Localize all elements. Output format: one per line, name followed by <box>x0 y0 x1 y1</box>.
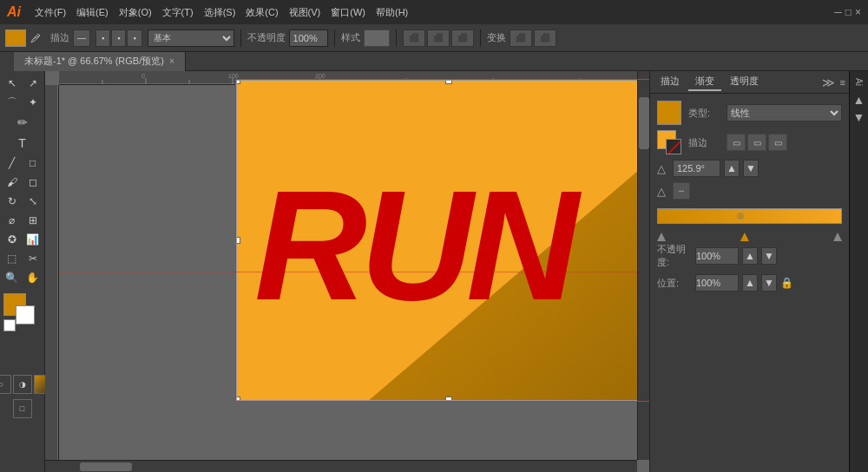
opacity-down-btn[interactable]: ▼ <box>761 247 777 265</box>
window-maximize[interactable]: □ <box>845 6 852 18</box>
tool-row-2: ⌒ ✦ <box>3 94 43 111</box>
pen-tool[interactable]: ✏ <box>3 113 42 132</box>
gradient-mode-btn[interactable]: ◑ <box>13 375 32 394</box>
ai-logo: Ai <box>7 4 21 20</box>
opacity-value-input[interactable] <box>695 247 739 265</box>
handle-tc[interactable] <box>445 80 452 84</box>
rotate-tool[interactable]: ↻ <box>3 193 22 210</box>
divider-2 <box>334 30 335 47</box>
right-panel: 描边 渐变 透明度 ≫ ≡ 类型: 线性 <box>649 71 849 472</box>
tab-close-btn[interactable]: × <box>169 56 174 66</box>
type-tool[interactable]: T <box>3 134 42 153</box>
align-btn-1[interactable]: ⬛ <box>403 30 425 47</box>
brush-tool[interactable]: 🖌 <box>3 174 22 191</box>
magic-wand-tool[interactable]: ✦ <box>23 94 43 111</box>
menu-text[interactable]: 文字(T) <box>157 4 199 21</box>
toolbar-fill-color[interactable] <box>5 30 26 47</box>
background-color[interactable] <box>16 305 35 324</box>
symbol-tool[interactable]: ✪ <box>3 231 22 248</box>
position-up-btn[interactable]: ▲ <box>742 274 758 292</box>
stroke-type-3[interactable]: ▭ <box>768 134 787 151</box>
transform-btn-2[interactable]: ⬛ <box>534 30 556 47</box>
gradient-type-select[interactable]: 线性 <box>727 104 842 121</box>
menu-select[interactable]: 选择(S) <box>199 4 241 21</box>
tab-gradient[interactable]: 渐变 <box>688 73 721 91</box>
eraser-tool[interactable]: ◻ <box>23 174 43 191</box>
panel-menu-btn[interactable]: ≡ <box>840 77 845 88</box>
gradient-stop-mid[interactable] <box>740 233 749 241</box>
line-style-select[interactable]: 基本 <box>148 30 234 47</box>
opacity-input[interactable] <box>289 30 328 47</box>
menu-view[interactable]: 视图(V) <box>284 4 326 21</box>
gradient-bar[interactable] <box>657 208 842 224</box>
horizontal-scrollbar[interactable] <box>45 460 637 472</box>
menu-window[interactable]: 窗口(W) <box>326 4 371 21</box>
panel-tabs: 描边 渐变 透明度 ≫ ≡ <box>650 71 849 94</box>
tab-title: 未标题-1* @ 66.67% (RGB/预览) <box>24 55 164 68</box>
color-mode-btn[interactable]: ○ <box>0 375 11 394</box>
gradient-fill-swatch[interactable] <box>657 101 681 125</box>
stroke-type-1[interactable]: ▭ <box>727 134 746 151</box>
angle-up-btn[interactable]: ▲ <box>724 160 740 177</box>
menu-help[interactable]: 帮助(H) <box>371 4 413 21</box>
hand-tool[interactable]: ✋ <box>23 269 43 286</box>
screen-mode-btn[interactable]: □ <box>13 399 32 418</box>
warp-tool[interactable]: ⌀ <box>3 212 22 229</box>
position-down-btn[interactable]: ▼ <box>761 274 777 292</box>
far-right-ai-label[interactable]: Ai <box>854 78 864 86</box>
gradient-stop-right[interactable] <box>833 233 842 241</box>
transform-label: 变换 <box>487 31 506 44</box>
align-btn-3[interactable]: ⬛ <box>451 30 474 47</box>
far-right-arrow-down[interactable]: ▼ <box>853 110 865 124</box>
document-tab[interactable]: 未标题-1* @ 66.67% (RGB/预览) × <box>14 52 186 71</box>
select-tool[interactable]: ↖ <box>3 75 22 92</box>
vertical-scrollbar[interactable] <box>637 71 649 460</box>
canvas-area[interactable]: 0 100 200 <box>45 71 649 472</box>
transform-btn-1[interactable]: ⬛ <box>510 30 532 47</box>
panel-expand-btn[interactable]: ≫ <box>822 75 835 89</box>
window-close[interactable]: × <box>855 6 861 18</box>
reverse-icon: △ <box>657 185 666 198</box>
slice-tool[interactable]: ✂ <box>23 250 43 267</box>
stroke-swatch-2[interactable] <box>666 139 681 154</box>
gradient-panel-content: 类型: 线性 描边 ▭ <box>650 94 849 298</box>
line-tool[interactable]: ╱ <box>3 154 22 172</box>
handle-bc[interactable] <box>445 397 452 401</box>
angle-input[interactable] <box>673 160 720 177</box>
stroke-btn-3[interactable]: ▪ <box>127 30 141 47</box>
handle-ml[interactable] <box>236 237 240 244</box>
handle-bl[interactable] <box>236 397 240 401</box>
tab-stroke[interactable]: 描边 <box>654 73 687 91</box>
opacity-up-btn[interactable]: ▲ <box>742 247 758 265</box>
stroke-type-2[interactable]: ▭ <box>747 134 766 151</box>
reverse-btn[interactable]: ↔ <box>673 182 690 200</box>
none-color[interactable] <box>3 319 16 331</box>
far-right-arrow-up[interactable]: ▲ <box>853 93 865 107</box>
menu-edit[interactable]: 编辑(E) <box>71 4 114 21</box>
handle-tl[interactable] <box>236 80 240 84</box>
artboard-tool[interactable]: ⬚ <box>3 250 22 267</box>
style-swatch[interactable] <box>364 30 390 47</box>
shape-tool[interactable]: □ <box>23 154 43 172</box>
gradient-midpoint[interactable] <box>737 213 744 220</box>
scroll-thumb-v[interactable] <box>639 97 649 149</box>
graph-tool[interactable]: 📊 <box>23 231 43 248</box>
direct-select-tool[interactable]: ↗ <box>23 75 43 92</box>
align-btn-2[interactable]: ⬛ <box>427 30 450 47</box>
angle-down-btn[interactable]: ▼ <box>743 160 759 177</box>
position-value-input[interactable] <box>695 274 739 292</box>
menu-file[interactable]: 文件(F) <box>30 4 71 21</box>
lasso-tool[interactable]: ⌒ <box>3 94 22 111</box>
stroke-btn-2[interactable]: ▪ <box>111 30 126 47</box>
menu-effect[interactable]: 效果(C) <box>240 4 283 21</box>
stroke-btn-1[interactable]: ▪ <box>95 30 110 47</box>
menu-object[interactable]: 对象(O) <box>114 4 157 21</box>
scale-tool[interactable]: ⤡ <box>23 193 43 210</box>
scroll-thumb-h[interactable] <box>80 462 132 471</box>
free-transform-tool[interactable]: ⊞ <box>23 212 43 229</box>
gradient-stop-left[interactable] <box>657 233 666 241</box>
zoom-tool[interactable]: 🔍 <box>3 269 22 286</box>
tab-transparency[interactable]: 透明度 <box>723 73 766 91</box>
tool-row-1: ↖ ↗ <box>3 75 43 92</box>
window-minimize[interactable]: ─ <box>834 6 842 18</box>
